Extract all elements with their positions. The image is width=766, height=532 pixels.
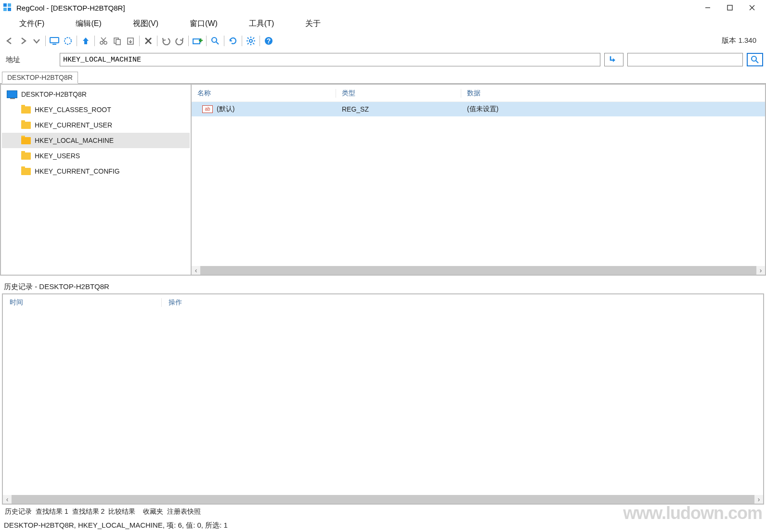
tree-root-label: DESKTOP-H2BTQ8R <box>21 90 87 98</box>
registry-tree[interactable]: DESKTOP-H2BTQ8R HKEY_CLASSES_ROOT HKEY_C… <box>0 84 192 276</box>
find-icon[interactable] <box>208 34 222 48</box>
delete-icon[interactable] <box>142 34 155 48</box>
address-input[interactable] <box>60 53 600 66</box>
computer-icon <box>7 90 17 98</box>
folder-icon <box>21 122 31 129</box>
tree-item-label: HKEY_CLASSES_ROOT <box>35 106 111 114</box>
menu-about[interactable]: 关于 <box>305 19 321 29</box>
toolbar: ? 版本 1.340 <box>0 32 766 49</box>
go-button[interactable] <box>604 53 623 66</box>
values-list: 名称 类型 数据 ab (默认) REG_SZ (值未设置) ‹ › <box>192 84 766 276</box>
folder-icon <box>21 168 31 175</box>
tree-item-label: HKEY_CURRENT_CONFIG <box>35 167 120 175</box>
svg-line-24 <box>216 42 219 44</box>
scroll-left-icon[interactable]: ‹ <box>192 266 200 275</box>
nav-back-icon[interactable] <box>3 34 16 48</box>
breadcrumb-bar: DESKTOP-H2BTQ8R <box>0 71 766 83</box>
svg-rect-2 <box>3 8 7 11</box>
svg-rect-1 <box>8 3 11 7</box>
app-logo-icon <box>3 3 13 13</box>
tab-result2[interactable]: 查找结果 2 <box>72 507 105 516</box>
svg-line-37 <box>756 61 758 63</box>
menu-window[interactable]: 窗口(W) <box>190 19 218 29</box>
tree-item-hku[interactable]: HKEY_USERS <box>2 148 190 164</box>
col-header-data[interactable]: 数据 <box>461 89 765 98</box>
tree-item-hkcc[interactable]: HKEY_CURRENT_CONFIG <box>2 164 190 179</box>
col-header-op[interactable]: 操作 <box>162 298 763 307</box>
cut-icon[interactable] <box>97 34 110 48</box>
tree-item-hklm[interactable]: HKEY_LOCAL_MACHINE <box>2 133 190 148</box>
svg-point-10 <box>65 38 71 44</box>
tree-item-hkcr[interactable]: HKEY_CLASSES_ROOT <box>2 102 190 117</box>
reg-sz-icon: ab <box>202 105 213 113</box>
svg-point-25 <box>249 39 252 42</box>
copy-icon[interactable] <box>110 34 124 48</box>
values-hscroll[interactable]: ‹ › <box>192 266 765 275</box>
value-data: (值未设置) <box>461 105 765 114</box>
redo-icon[interactable] <box>173 34 186 48</box>
history-header: 时间 操作 <box>3 294 763 311</box>
scroll-right-icon[interactable]: › <box>756 266 765 275</box>
col-header-name[interactable]: 名称 <box>192 89 336 98</box>
tree-item-hkcu[interactable]: HKEY_CURRENT_USER <box>2 117 190 133</box>
paste-icon[interactable] <box>124 34 137 48</box>
value-type: REG_SZ <box>336 105 461 113</box>
svg-point-36 <box>752 56 756 61</box>
nav-up-icon[interactable] <box>79 34 92 48</box>
tab-favorites[interactable]: 收藏夹 <box>143 507 163 516</box>
svg-rect-3 <box>8 8 11 11</box>
refresh-icon[interactable] <box>226 34 240 48</box>
statusbar: DESKTOP-H2BTQ8R, HKEY_LOCAL_MACHINE, 项: … <box>0 519 766 532</box>
search-input[interactable] <box>627 53 743 66</box>
version-label: 版本 1.340 <box>722 36 763 45</box>
tab-compare[interactable]: 比较结果 <box>108 507 135 516</box>
menubar: 文件(F) 编辑(E) 视图(V) 窗口(W) 工具(T) 关于 <box>0 15 766 32</box>
menu-edit[interactable]: 编辑(E) <box>76 19 101 29</box>
tree-item-label: HKEY_LOCAL_MACHINE <box>35 137 114 144</box>
undo-icon[interactable] <box>159 34 173 48</box>
titlebar: RegCool - [DESKTOP-H2BTQ8R] <box>0 0 766 15</box>
menu-file[interactable]: 文件(F) <box>19 19 44 29</box>
tree-root[interactable]: DESKTOP-H2BTQ8R <box>2 87 190 102</box>
search-button[interactable] <box>747 53 763 66</box>
breadcrumb-tab[interactable]: DESKTOP-H2BTQ8R <box>2 72 78 84</box>
remote-computer-icon[interactable] <box>61 34 75 48</box>
svg-point-23 <box>212 38 217 42</box>
svg-rect-8 <box>50 38 59 43</box>
bottom-tabs: 历史记录 查找结果 1 查找结果 2 比较结果 收藏夹 注册表快照 <box>0 505 766 519</box>
folder-icon <box>21 106 31 114</box>
history-title: 历史记录 - DESKTOP-H2BTQ8R <box>0 281 766 292</box>
scroll-right-icon[interactable]: › <box>754 495 763 504</box>
tree-item-label: HKEY_USERS <box>35 152 80 160</box>
tab-snapshot[interactable]: 注册表快照 <box>167 507 201 516</box>
close-button[interactable] <box>741 0 763 15</box>
new-key-icon[interactable] <box>191 34 204 48</box>
svg-line-30 <box>247 38 249 39</box>
nav-down-icon[interactable] <box>30 34 43 48</box>
folder-icon <box>21 152 31 160</box>
address-bar: 地址 <box>0 51 766 68</box>
menu-tools[interactable]: 工具(T) <box>249 19 274 29</box>
minimize-button[interactable] <box>697 0 719 15</box>
local-computer-icon[interactable] <box>48 34 61 48</box>
tab-result1[interactable]: 查找结果 1 <box>36 507 68 516</box>
col-header-time[interactable]: 时间 <box>3 298 162 307</box>
main-split: DESKTOP-H2BTQ8R HKEY_CLASSES_ROOT HKEY_C… <box>0 83 766 276</box>
help-icon[interactable]: ? <box>262 34 275 48</box>
svg-text:?: ? <box>267 37 271 45</box>
col-header-type[interactable]: 类型 <box>336 89 461 98</box>
svg-line-32 <box>253 38 255 39</box>
maximize-button[interactable] <box>719 0 741 15</box>
scroll-left-icon[interactable]: ‹ <box>3 495 12 504</box>
menu-view[interactable]: 视图(V) <box>133 19 158 29</box>
nav-forward-icon[interactable] <box>16 34 30 48</box>
history-panel: 时间 操作 ‹ › <box>2 293 764 505</box>
tree-item-label: HKEY_CURRENT_USER <box>35 121 112 129</box>
tab-history[interactable]: 历史记录 <box>5 507 32 516</box>
history-hscroll[interactable]: ‹ › <box>3 495 763 504</box>
svg-rect-5 <box>727 5 732 10</box>
value-row[interactable]: ab (默认) REG_SZ (值未设置) <box>192 102 765 116</box>
settings-icon[interactable] <box>244 34 258 48</box>
svg-line-33 <box>247 43 249 44</box>
svg-rect-20 <box>193 39 200 44</box>
